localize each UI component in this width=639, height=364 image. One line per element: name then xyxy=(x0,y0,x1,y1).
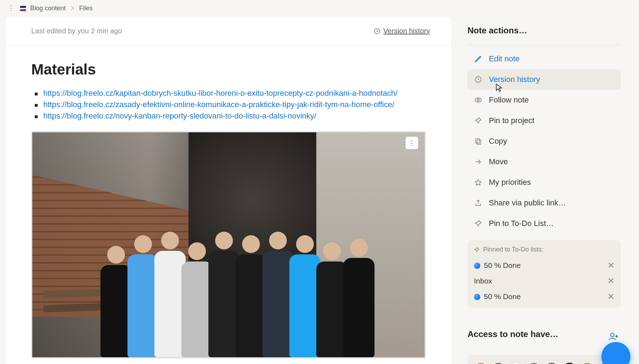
action-pin-to-todo-list[interactable]: Pin to To-Do List… xyxy=(468,213,621,234)
list-item: https://blog.freelo.cz/novy-kanban-repor… xyxy=(31,111,426,121)
clock-icon xyxy=(373,28,381,35)
note-card: Last edited by you 2 min ago Version his… xyxy=(6,16,451,364)
last-edited-text: Last edited by you 2 min ago xyxy=(31,27,122,35)
svg-point-2 xyxy=(475,98,481,102)
list-item: https://blog.freelo.cz/zasady-efektivni-… xyxy=(31,100,426,109)
action-label: Version history xyxy=(489,75,540,84)
pinned-item[interactable]: 50 % Done ✕ xyxy=(474,258,615,273)
image-menu-button[interactable]: ⋮ xyxy=(405,137,418,149)
avatar[interactable]: AC xyxy=(492,362,505,364)
action-copy[interactable]: Copy xyxy=(468,131,621,151)
eye-icon xyxy=(474,96,482,104)
pinned-item[interactable]: Inbox ✕ xyxy=(474,273,615,289)
svg-rect-5 xyxy=(477,140,481,144)
pinned-item-label: 50 % Done xyxy=(484,292,521,300)
action-version-history[interactable]: Version history xyxy=(468,69,621,90)
action-share-public-link[interactable]: Share via public link… xyxy=(468,193,621,213)
version-history-link[interactable]: Version history xyxy=(373,27,430,35)
photo-people xyxy=(78,194,396,357)
remove-pin-button[interactable]: ✕ xyxy=(607,260,615,270)
pin-icon xyxy=(474,247,480,253)
breadcrumb-page[interactable]: Files xyxy=(79,5,93,12)
status-dot-icon xyxy=(474,294,480,300)
pinned-heading-label: Pinned to To-Do lists: xyxy=(483,246,544,253)
remove-pin-button[interactable]: ✕ xyxy=(607,276,615,286)
content-link[interactable]: https://blog.freelo.cz/zasady-efektivni-… xyxy=(43,100,394,109)
action-pin-to-project[interactable]: Pin to project xyxy=(468,110,621,131)
avatar[interactable] xyxy=(509,362,523,364)
action-label: Pin to project xyxy=(489,116,534,125)
clock-icon xyxy=(474,75,482,84)
action-label: My priorities xyxy=(489,178,531,187)
note-title: Materials xyxy=(31,61,426,78)
note-actions-list: Edit note Version history Follow note xyxy=(468,49,621,234)
divider xyxy=(468,45,621,45)
pencil-icon xyxy=(474,55,482,63)
breadcrumb: ⋮ Blog content Files xyxy=(0,0,639,16)
note-card-header: Last edited by you 2 min ago Version his… xyxy=(6,16,451,46)
avatar[interactable] xyxy=(563,362,576,364)
list-item: https://blog.freelo.cz/kapitan-dobrych-s… xyxy=(31,89,426,98)
pinned-lists-box: Pinned to To-Do lists: 50 % Done ✕ Inbox… xyxy=(468,240,621,308)
action-label: Edit note xyxy=(489,54,520,64)
remove-pin-button[interactable]: ✕ xyxy=(607,292,615,302)
avatar[interactable] xyxy=(474,362,487,364)
avatar[interactable] xyxy=(580,362,594,364)
action-label: Copy xyxy=(489,137,507,146)
flag-icon xyxy=(20,6,26,11)
link-list: https://blog.freelo.cz/kapitan-dobrych-s… xyxy=(31,89,426,121)
avatar[interactable] xyxy=(527,362,541,364)
content-link[interactable]: https://blog.freelo.cz/kapitan-dobrych-s… xyxy=(43,89,398,98)
copy-icon xyxy=(474,137,482,145)
action-label: Share via public link… xyxy=(489,198,566,208)
version-history-label: Version history xyxy=(383,27,430,35)
status-dot-icon xyxy=(474,263,480,269)
access-heading-row: Access to note have… xyxy=(468,324,621,348)
add-user-button[interactable] xyxy=(609,332,619,341)
pinned-item-label: 50 % Done xyxy=(484,261,521,269)
action-move[interactable]: Move xyxy=(468,151,621,172)
avatar-list: AC xyxy=(468,355,621,364)
pinned-item[interactable]: 50 % Done ✕ xyxy=(474,289,615,304)
pin-icon xyxy=(474,116,482,125)
action-edit-note[interactable]: Edit note xyxy=(468,49,621,69)
chevron-right-icon xyxy=(71,6,74,11)
embedded-image: ⋮ xyxy=(31,131,426,358)
access-heading: Access to note have… xyxy=(468,324,558,344)
pin-icon xyxy=(474,219,482,228)
svg-point-6 xyxy=(611,333,614,337)
content-link[interactable]: https://blog.freelo.cz/novy-kanban-repor… xyxy=(43,111,316,120)
action-label: Follow note xyxy=(489,95,529,105)
breadcrumb-project-label: Blog content xyxy=(30,5,66,12)
page-menu-icon[interactable]: ⋮ xyxy=(6,3,15,13)
pinned-item-label: Inbox xyxy=(474,277,492,285)
action-my-priorities[interactable]: My priorities xyxy=(468,172,621,193)
breadcrumb-project[interactable]: Blog content xyxy=(20,5,66,12)
avatar[interactable] xyxy=(545,362,558,364)
svg-point-3 xyxy=(477,99,479,101)
sidebar: Note actions… Edit note Version history xyxy=(468,16,621,364)
action-follow-note[interactable]: Follow note xyxy=(468,90,621,110)
pinned-heading: Pinned to To-Do lists: xyxy=(474,246,615,253)
note-body: Materials https://blog.freelo.cz/kapitan… xyxy=(6,46,451,364)
note-actions-heading: Note actions… xyxy=(468,21,621,40)
share-icon xyxy=(474,199,482,207)
action-label: Move xyxy=(489,157,508,166)
arrow-right-icon xyxy=(474,158,482,166)
action-label: Pin to To-Do List… xyxy=(489,219,554,228)
svg-rect-4 xyxy=(476,139,480,143)
star-icon xyxy=(474,178,482,187)
